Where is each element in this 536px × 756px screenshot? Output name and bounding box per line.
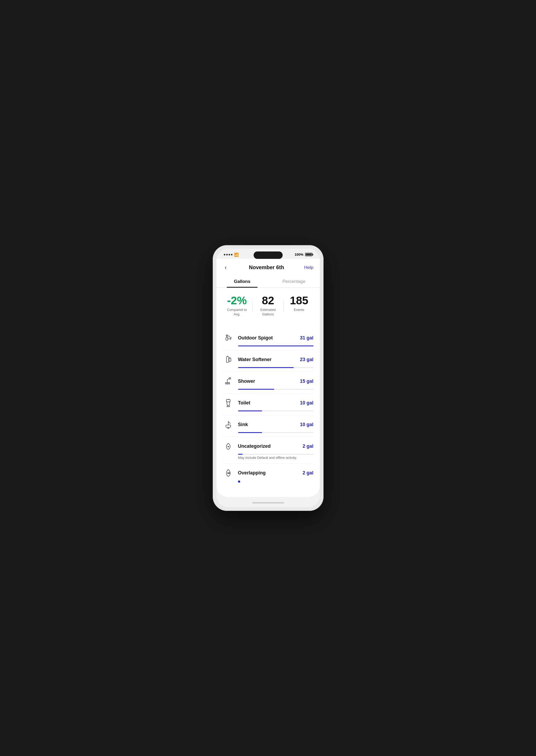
stat-percentage: -2% Compared toAvg. xyxy=(222,295,252,317)
outdoor-spigot-icon xyxy=(223,332,234,343)
water-softener-icon xyxy=(223,354,234,365)
svg-rect-5 xyxy=(229,378,230,379)
events-value: 185 xyxy=(284,295,315,306)
tabs-container: Gallons Percentage xyxy=(217,275,320,288)
item-gallons-toilet: 10 gal xyxy=(300,400,313,406)
list-item[interactable]: Toilet 10 gal xyxy=(217,394,320,415)
svg-point-9 xyxy=(227,473,228,474)
signal-dots xyxy=(224,254,232,255)
phone-screen: 📶 100% ‹ November 6th Help Gallons xyxy=(217,249,320,507)
nav-bar: ‹ November 6th Help xyxy=(217,259,320,275)
status-bar: 📶 100% xyxy=(217,249,320,259)
help-button[interactable]: Help xyxy=(304,265,314,270)
sink-icon xyxy=(223,419,234,430)
tab-gallons[interactable]: Gallons xyxy=(217,275,268,287)
battery-icon xyxy=(305,253,313,256)
svg-rect-0 xyxy=(226,338,228,341)
bar-uncategorized xyxy=(238,454,314,454)
percentage-label: Compared toAvg. xyxy=(222,308,252,317)
stats-row: -2% Compared toAvg. 82 EstimatedGallons … xyxy=(217,288,320,322)
bottom-padding xyxy=(217,489,320,497)
status-left: 📶 xyxy=(224,253,239,257)
overlapping-dot xyxy=(238,481,240,483)
svg-rect-2 xyxy=(226,357,228,363)
tab-percentage[interactable]: Percentage xyxy=(268,275,320,287)
item-gallons-water-softener: 23 gal xyxy=(300,357,313,362)
dynamic-island xyxy=(253,251,283,259)
item-gallons-uncategorized: 2 gal xyxy=(302,444,313,449)
bar-water-softener xyxy=(238,367,314,368)
svg-rect-3 xyxy=(229,358,231,362)
svg-point-1 xyxy=(226,335,227,336)
item-gallons-outdoor-spigot: 31 gal xyxy=(300,335,313,341)
phone-frame: 📶 100% ‹ November 6th Help Gallons xyxy=(213,245,323,511)
toilet-icon xyxy=(223,397,234,408)
list-item[interactable]: Overlapping 2 gal xyxy=(217,464,320,486)
item-name-sink: Sink xyxy=(238,422,300,427)
item-name-overlapping: Overlapping xyxy=(238,470,303,476)
svg-rect-7 xyxy=(226,425,231,427)
item-gallons-shower: 15 gal xyxy=(300,378,313,384)
stat-events: 185 Events xyxy=(284,295,315,312)
list-item[interactable]: Sink 10 gal xyxy=(217,415,320,437)
item-gallons-overlapping: 2 gal xyxy=(302,470,313,476)
uncategorized-icon xyxy=(223,441,234,452)
battery-percent: 100% xyxy=(294,253,303,257)
home-bar xyxy=(252,502,284,503)
list-item[interactable]: Shower 15 gal xyxy=(217,372,320,393)
item-name-water-softener: Water Softener xyxy=(238,357,300,362)
overlapping-icon xyxy=(223,467,234,478)
wifi-icon: 📶 xyxy=(234,253,239,257)
list-item[interactable]: Uncategorized 2 gal May include Default … xyxy=(217,437,320,463)
shower-icon xyxy=(223,376,234,387)
list-item[interactable]: Water Softener 23 gal xyxy=(217,350,320,372)
list-item[interactable]: Outdoor Spigot 31 gal xyxy=(217,329,320,350)
events-label: Events xyxy=(284,308,315,312)
item-name-uncategorized: Uncategorized xyxy=(238,444,303,449)
status-right: 100% xyxy=(294,253,312,257)
item-name-toilet: Toilet xyxy=(238,400,300,406)
svg-point-11 xyxy=(229,473,230,474)
back-button[interactable]: ‹ xyxy=(223,263,229,272)
gallons-value: 82 xyxy=(252,295,284,306)
item-name-shower: Shower xyxy=(238,378,300,384)
uncategorized-sublabel: May include Default and offline activity… xyxy=(238,456,314,460)
svg-rect-6 xyxy=(226,400,230,402)
page-title: November 6th xyxy=(249,265,284,270)
bar-shower xyxy=(238,389,314,390)
bar-sink xyxy=(238,432,314,433)
percentage-value: -2% xyxy=(222,295,252,306)
svg-point-10 xyxy=(228,473,229,474)
item-name-outdoor-spigot: Outdoor Spigot xyxy=(238,335,300,341)
app-content: ‹ November 6th Help Gallons Percentage -… xyxy=(217,259,320,497)
gallons-label: EstimatedGallons xyxy=(252,308,284,317)
bar-outdoor-spigot xyxy=(238,345,314,346)
home-indicator xyxy=(217,499,320,507)
items-list: Outdoor Spigot 31 gal xyxy=(217,326,320,489)
item-gallons-sink: 10 gal xyxy=(300,422,313,427)
stat-gallons: 82 EstimatedGallons xyxy=(252,295,284,317)
bar-toilet xyxy=(238,411,314,411)
